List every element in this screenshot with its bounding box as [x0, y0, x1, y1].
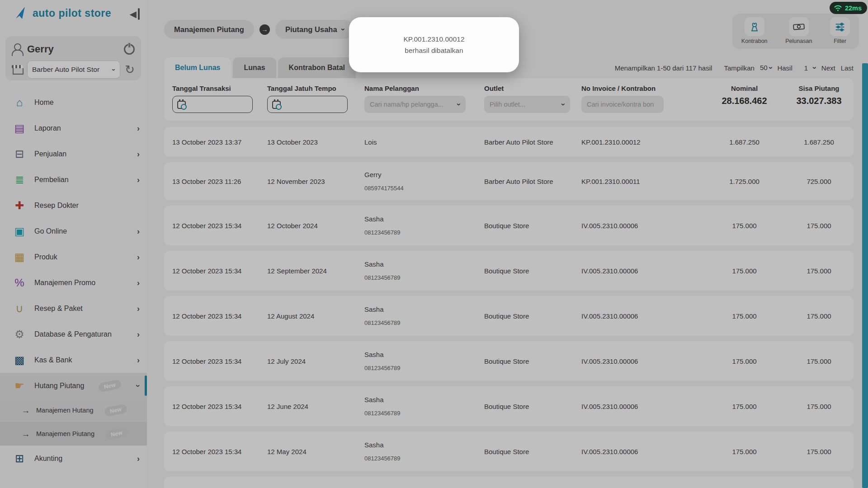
toast-line1: KP.001.2310.00012	[403, 35, 464, 43]
wifi-icon	[834, 4, 842, 12]
toast-line2: berhasil dibatalkan	[405, 47, 463, 55]
success-toast: KP.001.2310.00012 berhasil dibatalkan	[349, 17, 519, 72]
dim-overlay	[0, 0, 868, 488]
latency-value: 22ms	[845, 5, 862, 12]
latency-badge: 22ms	[830, 2, 867, 14]
